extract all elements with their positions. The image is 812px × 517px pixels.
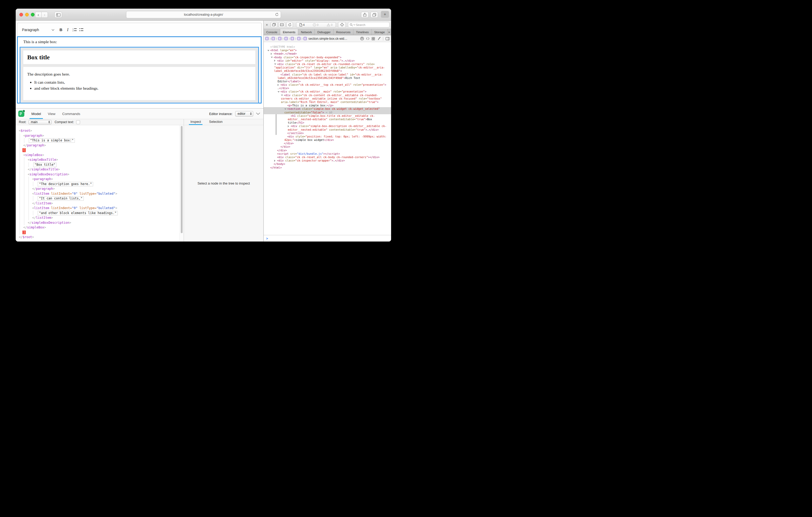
tree-row[interactable]: </paragraph> bbox=[16, 186, 179, 191]
more-tabs-button[interactable]: » bbox=[388, 30, 390, 34]
scrollbar-thumb[interactable] bbox=[181, 126, 182, 233]
disclosure-triangle-icon[interactable] bbox=[288, 125, 290, 127]
back-button[interactable]: ‹ bbox=[35, 12, 41, 18]
tree-row[interactable]: "Box title" bbox=[16, 162, 179, 167]
devtools-tab-network[interactable]: Network bbox=[298, 29, 315, 35]
source-line[interactable]: <div class="ck ck-editor__top ck-reset_a… bbox=[264, 83, 391, 87]
breadcrumb-element-badge[interactable]: E bbox=[303, 37, 307, 40]
breadcrumb-element-badge[interactable]: E bbox=[297, 37, 300, 40]
disclosure-triangle-icon[interactable] bbox=[274, 160, 277, 162]
compact-text-checkbox[interactable] bbox=[76, 120, 80, 124]
source-line[interactable]: <div class="ck-inspector-wrapper">…</div… bbox=[264, 159, 391, 162]
devtools-tab-console[interactable]: Console bbox=[264, 29, 280, 35]
tree-row[interactable]: </listItem> bbox=[16, 201, 179, 206]
source-line[interactable]: </body> bbox=[264, 162, 391, 166]
minimize-window-button[interactable] bbox=[25, 13, 29, 17]
force-appearance-brush-icon[interactable] bbox=[377, 37, 381, 40]
share-button[interactable] bbox=[361, 12, 369, 18]
source-line[interactable]: <div class="ck ck-content ck-editor__edi… bbox=[264, 94, 391, 97]
source-line[interactable]: </div> bbox=[264, 145, 391, 149]
breadcrumb-element-badge[interactable]: E bbox=[271, 37, 275, 40]
source-line[interactable]: </div> bbox=[264, 142, 391, 145]
source-line[interactable]: <!DOCTYPE html> bbox=[264, 45, 391, 49]
tree-row[interactable]: </simpleBox> bbox=[16, 225, 179, 230]
tree-row[interactable]: </paragraph> bbox=[16, 143, 179, 148]
print-styles-icon[interactable] bbox=[360, 37, 364, 40]
source-line[interactable]: <p>This is a simple box:</p> bbox=[264, 104, 391, 107]
tree-row[interactable]: "and other block elements like headings.… bbox=[16, 211, 179, 216]
editor-editable[interactable]: This is a simple box: Box title The desc… bbox=[17, 36, 262, 103]
search-input[interactable]: Search bbox=[348, 22, 389, 27]
italic-button[interactable]: I bbox=[64, 26, 71, 33]
bulleted-list-button[interactable] bbox=[78, 26, 85, 33]
source-line[interactable]: <script src="dist/bundle.js"></script> bbox=[264, 152, 391, 155]
tree-row[interactable]: <paragraph> bbox=[16, 177, 179, 182]
source-line[interactable]: <html lang="en"> bbox=[264, 49, 391, 52]
tree-row[interactable]: "It can contain lists," bbox=[16, 196, 179, 201]
devtools-tab-elements[interactable]: Elements bbox=[280, 29, 298, 35]
sidebar-button[interactable] bbox=[54, 12, 62, 18]
source-line[interactable]: <div id="editor" style="display: none;">… bbox=[264, 59, 391, 62]
tree-row[interactable]: [ bbox=[16, 148, 179, 153]
source-line[interactable]: aria-label="Rich Text Editor, main" cont… bbox=[264, 100, 391, 104]
tree-row[interactable]: </simpleBoxDescription> bbox=[16, 220, 179, 225]
source-line[interactable]: editor__nested-editable" contenteditable… bbox=[264, 118, 391, 121]
tree-row[interactable]: <listItem listIndent="0" listType="bulle… bbox=[16, 191, 179, 196]
source-line[interactable]: …</div> bbox=[264, 87, 391, 90]
tab-overview-button[interactable] bbox=[370, 12, 378, 18]
close-window-button[interactable] bbox=[19, 13, 23, 17]
forward-button[interactable]: › bbox=[41, 12, 48, 18]
source-line[interactable]: label_e63cbbfece34c53ce23501062343f49b8"… bbox=[264, 76, 391, 80]
disclosure-triangle-icon[interactable] bbox=[267, 50, 269, 52]
tree-row[interactable]: <simpleBoxTitle> bbox=[16, 157, 179, 162]
breadcrumb-element-badge[interactable]: E bbox=[284, 37, 288, 40]
devtools-tab-resources[interactable]: Resources bbox=[334, 29, 353, 35]
source-line[interactable]: <section class="simple-box ck-widget ck-… bbox=[264, 107, 391, 111]
disclosure-triangle-icon[interactable] bbox=[274, 63, 276, 66]
resource-status-group[interactable]: 4 0 0 bbox=[296, 22, 336, 27]
root-select[interactable]: main bbox=[29, 120, 52, 124]
tree-row[interactable]: <simpleBoxDescription> bbox=[16, 172, 179, 177]
reload-icon[interactable] bbox=[275, 12, 279, 17]
close-devtools-button[interactable]: × bbox=[266, 23, 268, 27]
numbered-list-button[interactable]: 12 bbox=[71, 26, 78, 33]
inspector-tab-commands[interactable]: Commands bbox=[59, 109, 84, 119]
tree-row[interactable]: <listItem listIndent="0" listType="bulle… bbox=[16, 206, 179, 211]
source-line[interactable]: <head>…</head> bbox=[264, 52, 391, 55]
intro-paragraph[interactable]: This is a simple box: bbox=[23, 39, 261, 44]
source-line[interactable]: </section> bbox=[264, 131, 391, 135]
dock-side-button[interactable] bbox=[271, 22, 277, 28]
paragraph-dropdown[interactable]: Paragraph bbox=[22, 28, 54, 32]
tree-row[interactable]: <$root> bbox=[16, 128, 179, 133]
source-line[interactable]: editor__nested-editable" contenteditable… bbox=[264, 128, 391, 131]
simple-box-widget[interactable]: Box title The description goes here. It … bbox=[20, 47, 259, 103]
inspector-tab-model[interactable]: Model bbox=[28, 109, 45, 119]
disclosure-triangle-icon[interactable] bbox=[271, 57, 273, 59]
zoom-window-button[interactable] bbox=[31, 13, 34, 17]
tree-row[interactable]: </simpleBoxTitle> bbox=[16, 167, 179, 172]
tree-row[interactable]: <simpleBox> bbox=[16, 153, 179, 158]
source-line[interactable]: <h1 class="simple-box-title ck-editor__e… bbox=[264, 114, 391, 118]
disclosure-triangle-icon[interactable] bbox=[284, 109, 286, 111]
tree-row[interactable]: "This is a simple box:" bbox=[16, 138, 179, 143]
disclosure-triangle-icon[interactable] bbox=[274, 60, 277, 62]
split-console-button[interactable] bbox=[279, 22, 285, 28]
editor-instance-select[interactable]: editor bbox=[235, 111, 253, 117]
source-line[interactable]: <div style="position: fixed; top: 0px; l… bbox=[264, 135, 391, 138]
bold-button[interactable]: B bbox=[58, 26, 64, 33]
breadcrumb-element-badge[interactable]: E bbox=[278, 37, 282, 40]
source-line[interactable]: label_e63cbbfece34c53ce23501062343f49b8"… bbox=[264, 69, 391, 73]
source-line[interactable]: <label class="ck ck-label ck-voice-label… bbox=[264, 73, 391, 76]
new-tab-button[interactable]: + bbox=[381, 11, 389, 18]
details-sidebar-icon[interactable] bbox=[385, 37, 389, 40]
simple-box-description[interactable]: The description goes here. It can contai… bbox=[23, 67, 255, 100]
collapse-inspector-icon[interactable] bbox=[256, 112, 260, 115]
reload-page-button[interactable] bbox=[286, 22, 293, 28]
disclosure-triangle-icon[interactable] bbox=[281, 95, 283, 97]
simple-box-title[interactable]: Box title bbox=[23, 51, 255, 64]
disclosure-triangle-icon[interactable] bbox=[271, 53, 273, 55]
tree-scrollbar[interactable] bbox=[179, 125, 184, 242]
source-line[interactable]: corners ck-editor__editable_inline ck-fo… bbox=[264, 97, 391, 100]
tree-row[interactable]: ] bbox=[16, 230, 179, 235]
quick-console[interactable]: > bbox=[264, 235, 391, 242]
